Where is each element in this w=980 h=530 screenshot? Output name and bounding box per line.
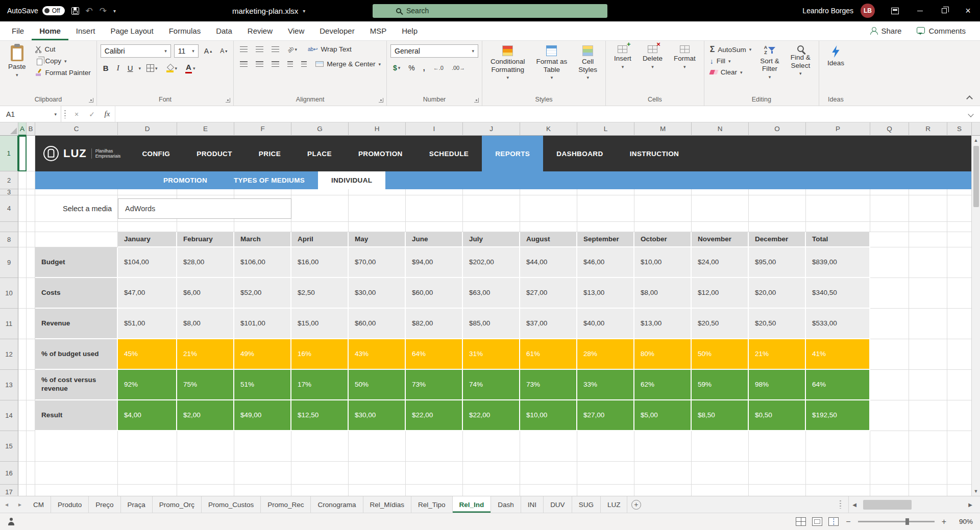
chevron-down-icon[interactable]: ▾ <box>139 66 141 71</box>
table-cell[interactable]: 62% <box>634 370 692 400</box>
column-header-j[interactable]: J <box>463 122 520 136</box>
column-header-l[interactable]: L <box>577 122 634 136</box>
row-header-9[interactable]: 9 <box>0 247 18 278</box>
delete-cells-button[interactable]: Delete ▾ <box>638 43 667 71</box>
table-cell[interactable]: $70,00 <box>349 247 406 278</box>
menu-tab-file[interactable]: File <box>4 21 32 40</box>
increase-decimal-button[interactable]: ←.0 <box>431 64 446 72</box>
undo-icon[interactable]: ↶ <box>86 7 93 15</box>
table-row-label[interactable]: Revenue <box>35 309 118 339</box>
table-col-header-december[interactable]: December <box>749 232 806 247</box>
column-header-q[interactable]: Q <box>870 122 909 136</box>
column-header-a[interactable]: A <box>18 122 27 136</box>
nav-item-schedule[interactable]: SCHEDULE <box>416 136 482 171</box>
table-cell[interactable]: $10,00 <box>634 247 692 278</box>
table-cell[interactable]: $12,00 <box>692 278 749 309</box>
cancel-entry-button[interactable]: × <box>69 106 84 122</box>
table-cell[interactable]: 73% <box>520 370 577 400</box>
table-col-header-july[interactable]: July <box>463 232 520 247</box>
sheet-tab-produto[interactable]: Produto <box>51 496 89 513</box>
table-cell[interactable]: $20,50 <box>749 309 806 339</box>
table-cell[interactable]: $101,00 <box>234 309 291 339</box>
row-header-15[interactable]: 15 <box>0 431 18 462</box>
table-cell[interactable]: 64% <box>406 339 463 370</box>
menu-tab-help[interactable]: Help <box>394 21 425 40</box>
horizontal-scrollbar-thumb[interactable] <box>863 500 912 510</box>
table-cell[interactable]: 16% <box>291 339 349 370</box>
increase-font-size-button[interactable]: A▴ <box>202 46 214 56</box>
autosum-button[interactable]: Σ AutoSum ▾ <box>708 44 754 55</box>
sub-nav-item-individual[interactable]: INDIVIDUAL <box>318 171 385 189</box>
select-all-button[interactable] <box>0 122 18 136</box>
nav-item-product[interactable]: PRODUCT <box>183 136 246 171</box>
column-header-c[interactable]: C <box>35 122 118 136</box>
document-title[interactable]: marketing-plan.xlsx ▾ <box>232 7 305 15</box>
table-cell[interactable]: $15,00 <box>291 309 349 339</box>
table-cell[interactable]: 98% <box>749 370 806 400</box>
redo-icon[interactable]: ↷ <box>100 7 107 15</box>
table-cell[interactable]: $20,50 <box>692 309 749 339</box>
menu-tab-page-layout[interactable]: Page Layout <box>103 21 161 40</box>
fill-color-button[interactable]: ▾ <box>163 63 180 73</box>
conditional-formatting-button[interactable]: ConditionalFormatting ▾ <box>486 43 530 82</box>
table-cell[interactable]: $104,00 <box>118 247 177 278</box>
align-left-button[interactable] <box>237 60 250 68</box>
italic-button[interactable]: I <box>114 63 122 73</box>
column-header-f[interactable]: F <box>234 122 291 136</box>
sheet-tab-rel_tipo[interactable]: Rel_Tipo <box>411 496 453 513</box>
merge-center-button[interactable]: Merge & Center ▾ <box>313 59 383 69</box>
sheet-tab-promo_orç[interactable]: Promo_Orç <box>153 496 202 513</box>
tab-bar-handle[interactable] <box>840 500 841 509</box>
column-header-r[interactable]: R <box>909 122 947 136</box>
table-row-label[interactable]: % of cost versus revenue <box>35 370 118 400</box>
table-col-header-march[interactable]: March <box>234 232 291 247</box>
dialog-launcher-icon[interactable] <box>474 98 479 103</box>
column-header-i[interactable]: I <box>406 122 463 136</box>
table-cell[interactable]: 28% <box>577 339 634 370</box>
autosave-toggle[interactable]: AutoSave Off <box>7 6 65 15</box>
save-icon[interactable] <box>71 7 79 15</box>
page-break-view-button[interactable] <box>828 517 839 526</box>
table-cell[interactable]: $2,50 <box>291 278 349 309</box>
table-col-header-january[interactable]: January <box>118 232 177 247</box>
table-cell[interactable]: 73% <box>406 370 463 400</box>
sheet-tab-cm[interactable]: CM <box>27 496 51 513</box>
clear-button[interactable]: Clear ▾ <box>708 67 754 77</box>
table-cell[interactable]: 45% <box>118 339 177 370</box>
menu-tab-insert[interactable]: Insert <box>68 21 103 40</box>
insert-function-button[interactable]: fx <box>100 106 115 122</box>
table-cell[interactable]: 80% <box>634 339 692 370</box>
nav-item-place[interactable]: PLACE <box>294 136 345 171</box>
copy-button[interactable]: Copy ▾ <box>33 56 93 66</box>
menu-tab-review[interactable]: Review <box>240 21 280 40</box>
borders-button[interactable]: ▾ <box>144 63 160 73</box>
table-col-header-september[interactable]: September <box>577 232 634 247</box>
column-header-b[interactable]: B <box>27 122 35 136</box>
dialog-launcher-icon[interactable] <box>226 98 230 103</box>
nav-item-reports[interactable]: REPORTS <box>482 136 543 171</box>
table-cell[interactable]: $85,00 <box>463 309 520 339</box>
row-header-10[interactable]: 10 <box>0 278 18 309</box>
table-cell[interactable]: $82,00 <box>406 309 463 339</box>
search-box[interactable] <box>373 4 607 18</box>
nav-item-instruction[interactable]: INSTRUCTION <box>617 136 693 171</box>
table-cell[interactable]: 50% <box>692 339 749 370</box>
table-cell[interactable]: $27,00 <box>577 400 634 431</box>
grid-canvas[interactable]: LUZ PlanilhasEmpresariais CONFIGPRODUCTP… <box>18 136 971 496</box>
table-cell[interactable]: $95,00 <box>749 247 806 278</box>
avatar[interactable]: LB <box>861 4 875 18</box>
collapse-ribbon-button[interactable] <box>966 95 973 102</box>
scroll-down-icon[interactable]: ▼ <box>972 487 980 496</box>
table-cell[interactable]: $4,00 <box>118 400 177 431</box>
table-col-header-total[interactable]: Total <box>806 232 870 247</box>
table-col-header-august[interactable]: August <box>520 232 577 247</box>
table-row-label[interactable]: Result <box>35 400 118 431</box>
align-bottom-button[interactable] <box>269 45 282 53</box>
table-cell[interactable]: $49,00 <box>234 400 291 431</box>
sub-nav-item-promotion[interactable]: PROMOTION <box>150 171 220 189</box>
zoom-in-button[interactable]: + <box>941 518 947 526</box>
table-cell[interactable]: 21% <box>749 339 806 370</box>
font-size-select[interactable]: 11 ▾ <box>174 44 199 58</box>
table-row-label[interactable]: Costs <box>35 278 118 309</box>
table-cell[interactable]: $533,00 <box>806 309 870 339</box>
